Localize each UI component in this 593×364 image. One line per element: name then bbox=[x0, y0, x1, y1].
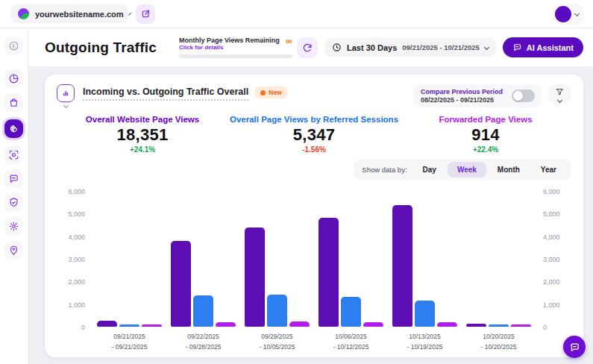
sidebar-item-goals[interactable] bbox=[4, 145, 23, 164]
funnel-icon bbox=[555, 87, 565, 97]
y-tick-label: 5,000 bbox=[57, 210, 85, 218]
bar-referred-sessions[interactable] bbox=[341, 297, 361, 327]
chat-bubble-icon bbox=[512, 43, 522, 52]
metric-forwarded-page-views: Forwarded Page Views 914 +22.4% bbox=[400, 115, 571, 154]
metric-website-page-views: Overall Website Page Views 18,351 +24.1% bbox=[57, 115, 228, 154]
metric-label: Overall Page Views by Referred Sessions bbox=[228, 115, 400, 124]
bar-forwarded-page-views[interactable] bbox=[363, 322, 383, 327]
location-pin-icon bbox=[8, 245, 19, 256]
chevron-down-icon bbox=[574, 11, 580, 16]
sidebar-item-orders[interactable] bbox=[4, 93, 23, 112]
pie-chart-icon bbox=[8, 73, 19, 84]
new-badge-label: New bbox=[269, 89, 281, 96]
refresh-icon bbox=[302, 43, 313, 53]
website-selector[interactable]: yourwebsitename.com bbox=[10, 4, 128, 23]
compare-toggle[interactable] bbox=[512, 90, 535, 102]
bar-forwarded-page-views[interactable] bbox=[437, 322, 457, 327]
tab-period-day[interactable]: Day bbox=[413, 162, 446, 178]
y-tick-label: 3,000 bbox=[543, 256, 571, 263]
compare-previous-period: Compare Previous Period 08/22/2025 - 09/… bbox=[413, 84, 542, 107]
range-label: Last 30 Days bbox=[347, 43, 397, 52]
bar-referred-sessions[interactable] bbox=[267, 295, 287, 327]
bar-group: 10/20/2025- 10/20/2025 bbox=[466, 188, 531, 353]
x-axis-label: 10/13/2025- 10/19/2025 bbox=[407, 332, 443, 352]
quota-details-link[interactable]: Click for details bbox=[179, 44, 286, 51]
open-website-button[interactable] bbox=[136, 4, 155, 24]
gear-icon bbox=[8, 221, 19, 232]
sidebar-item-messages[interactable] bbox=[4, 169, 23, 188]
metric-delta: +22.4% bbox=[400, 145, 571, 154]
y-tick-label: 2,000 bbox=[543, 278, 571, 286]
sidebar-item-settings[interactable] bbox=[4, 217, 23, 236]
quota-label: Monthly Page Views Remaining bbox=[179, 37, 286, 44]
x-axis-label: 09/22/2025- 09/28/2025 bbox=[186, 332, 222, 352]
date-range-selector[interactable]: Last 30 Days 09/21/2025 - 10/21/2025 bbox=[324, 38, 496, 57]
chat-icon bbox=[8, 173, 19, 184]
bar-forwarded-page-views[interactable] bbox=[216, 322, 236, 327]
bar-referred-sessions[interactable] bbox=[489, 324, 509, 327]
chat-bubble-icon bbox=[569, 342, 580, 353]
sidebar-item-expand-sidebar[interactable] bbox=[4, 37, 23, 55]
tab-period-month[interactable]: Month bbox=[488, 162, 530, 178]
metric-value: 5,347 bbox=[228, 125, 400, 145]
metric-label: Overall Website Page Views bbox=[57, 115, 228, 124]
page-title: Outgoing Traffic bbox=[45, 40, 157, 56]
bar-website-page-views[interactable] bbox=[97, 321, 117, 327]
external-link-icon bbox=[141, 9, 151, 19]
y-tick-label: 4,000 bbox=[57, 233, 85, 241]
metric-delta: +24.1% bbox=[57, 145, 228, 154]
bar-group: 10/06/2025- 10/12/2025 bbox=[319, 188, 383, 353]
bar-website-page-views[interactable] bbox=[171, 241, 191, 327]
bar-website-page-views[interactable] bbox=[392, 205, 412, 327]
chevron-down-icon bbox=[63, 103, 68, 108]
bar-referred-sessions[interactable] bbox=[415, 301, 435, 327]
tab-period-year[interactable]: Year bbox=[531, 162, 566, 178]
ai-assistant-button[interactable]: AI Assistant bbox=[503, 37, 583, 57]
quota-progress-bar bbox=[179, 54, 292, 58]
infinity-value: ∞ bbox=[286, 37, 292, 46]
y-tick-label: 0 bbox=[57, 324, 85, 331]
sidebar-item-analytics[interactable] bbox=[4, 69, 23, 88]
tab-period-week[interactable]: Week bbox=[448, 162, 486, 178]
x-axis-label: 09/21/2025- 09/21/2025 bbox=[112, 332, 148, 352]
chevron-down-icon bbox=[557, 98, 562, 103]
chevron-down-icon bbox=[484, 45, 489, 50]
bar-forwarded-page-views[interactable] bbox=[289, 321, 310, 327]
shield-check-icon bbox=[8, 197, 19, 208]
website-favicon-icon bbox=[18, 8, 29, 19]
bar-website-page-views[interactable] bbox=[466, 324, 486, 327]
bar-website-page-views[interactable] bbox=[319, 218, 339, 327]
period-selector: Show data by: DayWeekMonthYear bbox=[354, 159, 571, 181]
sidebar-item-security[interactable] bbox=[4, 193, 23, 212]
y-tick-label: 1,000 bbox=[57, 301, 85, 309]
x-axis-label: 10/20/2025- 10/20/2025 bbox=[481, 332, 517, 352]
card-title[interactable]: Incoming vs. Outgoing Traffic Overall bbox=[83, 87, 248, 101]
bar-referred-sessions[interactable] bbox=[193, 295, 213, 327]
sidebar-item-visitors[interactable] bbox=[4, 241, 23, 260]
bar-group: 09/21/2025- 09/21/2025 bbox=[97, 188, 162, 353]
bar-group: 09/29/2025- 10/05/2025 bbox=[245, 188, 310, 353]
refresh-button[interactable] bbox=[297, 37, 318, 58]
bar-referred-sessions[interactable] bbox=[119, 324, 139, 327]
collapse-section-button[interactable] bbox=[57, 84, 75, 107]
range-dates: 09/21/2025 - 10/21/2025 bbox=[402, 43, 480, 51]
bar-forwarded-page-views[interactable] bbox=[142, 324, 162, 327]
chart-plot-area: 09/21/2025- 09/21/202509/22/2025- 09/28/… bbox=[90, 188, 539, 353]
y-tick-label: 1,000 bbox=[543, 301, 571, 309]
bar-group: 10/13/2025- 10/19/2025 bbox=[392, 188, 457, 353]
bar-forwarded-page-views[interactable] bbox=[511, 324, 531, 327]
website-name: yourwebsitename.com bbox=[35, 10, 124, 19]
traffic-card: Incoming vs. Outgoing Traffic Overall Ne… bbox=[45, 75, 583, 357]
y-tick-label: 2,000 bbox=[57, 278, 85, 286]
chat-widget-button[interactable] bbox=[563, 336, 586, 358]
metric-value: 914 bbox=[400, 125, 571, 145]
user-menu[interactable] bbox=[552, 4, 584, 25]
expand-sidebar-icon bbox=[8, 40, 19, 51]
y-tick-label: 6,000 bbox=[543, 188, 571, 195]
y-tick-label: 0 bbox=[543, 324, 571, 331]
top-bar: yourwebsitename.com bbox=[0, 0, 593, 28]
sidebar-item-traffic[interactable] bbox=[4, 119, 23, 138]
bar-website-page-views[interactable] bbox=[245, 228, 265, 327]
metric-label: Forwarded Page Views bbox=[400, 115, 571, 124]
filter-button[interactable] bbox=[548, 84, 571, 104]
